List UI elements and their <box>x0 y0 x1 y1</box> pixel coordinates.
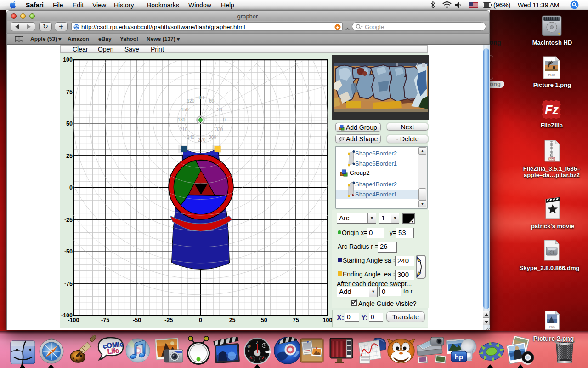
svg-text:100: 100 <box>63 57 73 63</box>
svg-text:270: 270 <box>198 138 206 143</box>
svg-text:♪: ♪ <box>256 339 258 345</box>
svg-text:30: 30 <box>217 107 222 112</box>
svg-text:60: 60 <box>209 98 215 104</box>
svg-text:90: 90 <box>198 95 204 100</box>
svg-text:-75: -75 <box>101 317 109 323</box>
svg-text:-25: -25 <box>164 317 173 323</box>
svg-text:50: 50 <box>66 121 73 127</box>
svg-text:-50: -50 <box>64 248 73 255</box>
svg-text:-50: -50 <box>133 317 141 323</box>
svg-text:hp: hp <box>455 353 463 361</box>
svg-text:75: 75 <box>293 317 299 323</box>
svg-text:75: 75 <box>66 89 73 95</box>
svg-text:PNG: PNG <box>548 74 555 77</box>
svg-text:240: 240 <box>187 135 195 140</box>
svg-text:0: 0 <box>69 184 73 191</box>
svg-text:PNG: PNG <box>549 325 555 328</box>
svg-text:100: 100 <box>323 317 333 323</box>
svg-text:-100: -100 <box>68 317 79 323</box>
svg-text:BZ2: BZ2 <box>549 158 554 161</box>
svg-text:Life: Life <box>107 347 119 356</box>
svg-text:0: 0 <box>223 117 226 122</box>
svg-text:210: 210 <box>180 127 187 132</box>
svg-text:150: 150 <box>181 107 189 112</box>
svg-text:-75: -75 <box>64 281 73 287</box>
svg-text:25: 25 <box>66 153 73 159</box>
svg-text:330: 330 <box>215 127 223 132</box>
svg-text:180: 180 <box>178 117 186 122</box>
svg-text:0: 0 <box>199 317 202 323</box>
svg-text:-25: -25 <box>64 217 73 223</box>
svg-text:@: @ <box>247 344 251 348</box>
svg-text:50: 50 <box>261 317 267 323</box>
svg-text:300: 300 <box>209 135 216 140</box>
svg-text:25: 25 <box>229 317 236 323</box>
svg-text:Fz: Fz <box>545 103 559 117</box>
svg-text:120: 120 <box>187 98 195 104</box>
